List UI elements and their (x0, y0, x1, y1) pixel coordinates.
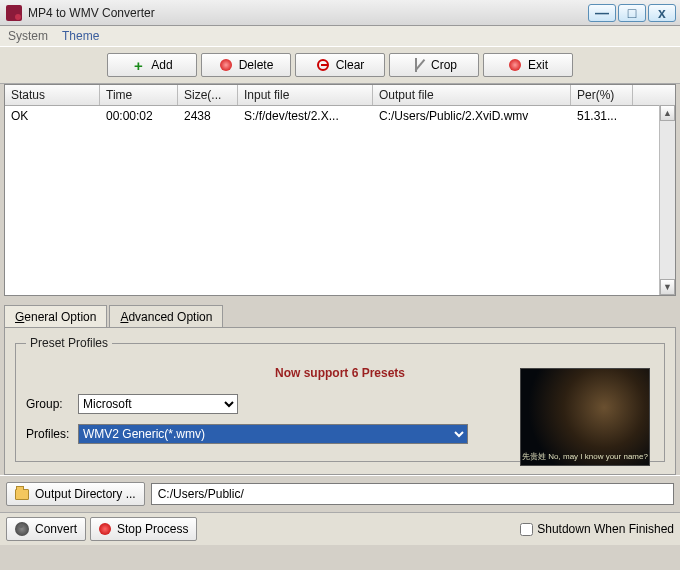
cell-status: OK (5, 106, 100, 126)
menubar: System Theme (0, 26, 680, 46)
maximize-button[interactable]: □ (618, 4, 646, 22)
group-select[interactable]: Microsoft (78, 394, 238, 414)
crop-label: Crop (431, 58, 457, 72)
window-controls: — □ x (588, 4, 676, 22)
convert-button[interactable]: Convert (6, 517, 86, 541)
cell-input: S:/f/dev/test/2.X... (238, 106, 373, 126)
group-label: Group: (26, 397, 74, 411)
delete-label: Delete (239, 58, 274, 72)
folder-icon (15, 489, 29, 500)
output-path-input[interactable] (151, 483, 674, 505)
output-directory-button[interactable]: Output Directory ... (6, 482, 145, 506)
stop-label: Stop Process (117, 522, 188, 536)
profiles-label: Profiles: (26, 427, 74, 441)
crop-button[interactable]: Crop (389, 53, 479, 77)
delete-icon (219, 58, 233, 72)
stop-icon (99, 523, 111, 535)
close-button[interactable]: x (648, 4, 676, 22)
col-output[interactable]: Output file (373, 85, 571, 105)
col-input[interactable]: Input file (238, 85, 373, 105)
scroll-up-icon[interactable]: ▲ (660, 105, 675, 121)
shutdown-checkbox-label[interactable]: Shutdown When Finished (520, 522, 674, 536)
scroll-down-icon[interactable]: ▼ (660, 279, 675, 295)
vertical-scrollbar[interactable]: ▲ ▼ (659, 105, 675, 295)
col-size[interactable]: Size(... (178, 85, 238, 105)
plus-icon: + (131, 58, 145, 72)
stop-button[interactable]: Stop Process (90, 517, 197, 541)
col-status[interactable]: Status (5, 85, 100, 105)
preview-subtitle: 先贵姓 No, may I know your name? (522, 453, 648, 465)
profiles-select[interactable]: WMV2 Generic(*.wmv) (78, 424, 468, 444)
file-table: Status Time Size(... Input file Output f… (4, 84, 676, 296)
table-row[interactable]: OK 00:00:02 2438 S:/f/dev/test/2.X... C:… (5, 106, 675, 126)
add-label: Add (151, 58, 172, 72)
cell-size: 2438 (178, 106, 238, 126)
table-header: Status Time Size(... Input file Output f… (5, 85, 675, 106)
cell-output: C:/Users/Public/2.XviD.wmv (373, 106, 571, 126)
tab-general[interactable]: General Option (4, 305, 107, 328)
shutdown-label: Shutdown When Finished (537, 522, 674, 536)
titlebar: MP4 to WMV Converter — □ x (0, 0, 680, 26)
option-tabs: General Option Advanced Option (4, 304, 676, 327)
clear-button[interactable]: Clear (295, 53, 385, 77)
advanced-panel: Preset Profiles Now support 6 Presets Gr… (4, 327, 676, 475)
scissors-icon (411, 58, 425, 72)
col-time[interactable]: Time (100, 85, 178, 105)
convert-label: Convert (35, 522, 77, 536)
menu-theme[interactable]: Theme (62, 29, 99, 43)
clear-label: Clear (336, 58, 365, 72)
scroll-track[interactable] (660, 121, 675, 279)
preview-frame (521, 369, 649, 465)
minimize-button[interactable]: — (588, 4, 616, 22)
shutdown-checkbox[interactable] (520, 523, 533, 536)
video-preview: 先贵姓 No, may I know your name? (520, 368, 650, 466)
cell-time: 00:00:02 (100, 106, 178, 126)
preset-legend: Preset Profiles (26, 336, 112, 350)
preset-fieldset: Preset Profiles Now support 6 Presets Gr… (15, 336, 665, 462)
toolbar: +Add Delete Clear Crop Exit (0, 46, 680, 84)
exit-button[interactable]: Exit (483, 53, 573, 77)
cell-per: 51.31... (571, 106, 633, 126)
output-row: Output Directory ... (0, 475, 680, 512)
tab-advanced-label: dvanced Option (128, 310, 212, 324)
bottom-bar: Convert Stop Process Shutdown When Finis… (0, 512, 680, 545)
clear-icon (316, 58, 330, 72)
tab-general-label: eneral Option (24, 310, 96, 324)
delete-button[interactable]: Delete (201, 53, 291, 77)
app-icon (6, 5, 22, 21)
add-button[interactable]: +Add (107, 53, 197, 77)
exit-label: Exit (528, 58, 548, 72)
exit-icon (508, 58, 522, 72)
menu-system[interactable]: System (8, 29, 48, 43)
tab-advanced[interactable]: Advanced Option (109, 305, 223, 328)
window-title: MP4 to WMV Converter (28, 6, 588, 20)
convert-icon (15, 522, 29, 536)
output-button-label: Output Directory ... (35, 487, 136, 501)
col-per[interactable]: Per(%) (571, 85, 633, 105)
